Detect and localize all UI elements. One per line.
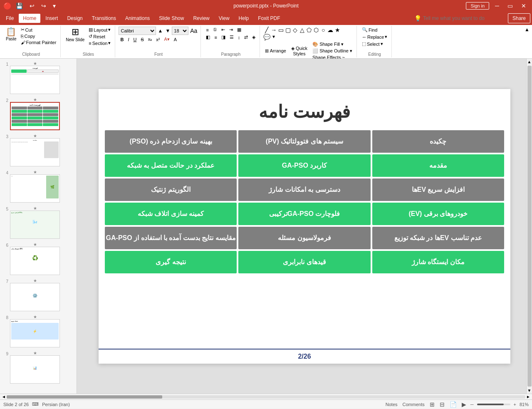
slide-sorter-button[interactable]: ⊟ bbox=[439, 401, 445, 408]
text-highlight-button[interactable]: A bbox=[172, 37, 178, 42]
slide-thumbnail-2[interactable]: فهرست نامه bbox=[10, 102, 60, 130]
zoom-plus-button[interactable]: + bbox=[514, 402, 516, 407]
align-center-button[interactable]: ≡ bbox=[213, 35, 218, 40]
replace-button[interactable]: ↔ Replace ▾ bbox=[360, 34, 389, 40]
align-left-button[interactable]: ◧ bbox=[204, 34, 212, 40]
strikethrough-button[interactable]: S bbox=[139, 37, 145, 42]
font-name-select[interactable]: Calibri bbox=[119, 27, 156, 35]
slide-thumb-2[interactable]: 2 ★ فهرست نامه bbox=[2, 97, 75, 131]
layout-button[interactable]: ▤ Layout ▾ bbox=[87, 27, 112, 33]
line-spacing-button[interactable]: ↕ bbox=[236, 35, 242, 40]
underline-button[interactable]: U bbox=[132, 37, 139, 42]
slide-thumbnail-9[interactable]: 📊 bbox=[10, 355, 60, 384]
reading-view-button[interactable]: 📄 bbox=[449, 401, 458, 408]
slide-thumbnail-5[interactable]: افزایش سریع EVها 🌬️ bbox=[10, 211, 60, 239]
font-size-down-icon[interactable]: ▼ bbox=[164, 28, 171, 34]
new-slide-button[interactable]: ⊞ New Slide bbox=[64, 27, 86, 43]
redo-button[interactable]: ↪ bbox=[39, 2, 49, 10]
shape-outline-button[interactable]: ⬜ Shape Outline ▾ bbox=[311, 48, 354, 54]
justify-button[interactable]: ☰ bbox=[228, 34, 235, 40]
bold-button[interactable]: B bbox=[119, 37, 125, 42]
font-size-up-icon[interactable]: ▲ bbox=[157, 28, 163, 34]
menu-view[interactable]: View bbox=[215, 14, 234, 23]
scroll-up-button[interactable]: ▲ bbox=[527, 59, 532, 65]
slide-thumb-8[interactable]: 8 ★ شبکه توزیع ⚡ bbox=[2, 314, 75, 348]
bullets-button[interactable]: ≡ bbox=[204, 27, 210, 33]
reset-button[interactable]: ↺ Reset bbox=[87, 33, 112, 40]
quick-styles-button[interactable]: ◈ QuickStyles bbox=[290, 45, 309, 57]
sign-in-button[interactable]: Sign in bbox=[466, 2, 489, 10]
scroll-left-button[interactable]: ◄ bbox=[2, 394, 6, 399]
notes-button[interactable]: Notes bbox=[385, 402, 398, 407]
menu-file[interactable]: File bbox=[2, 14, 18, 23]
slide-thumbnail-1[interactable]: فهرست 🚗 bbox=[10, 66, 60, 94]
menu-insert[interactable]: Insert bbox=[41, 14, 62, 23]
restore-button[interactable]: ▭ bbox=[505, 2, 515, 10]
shape-fill-button[interactable]: 🎨 Shape Fill ▾ bbox=[311, 41, 354, 47]
shape-rect[interactable]: ▭ bbox=[277, 27, 284, 33]
paste-button[interactable]: 📋 Paste bbox=[4, 27, 18, 42]
menu-transitions[interactable]: Transitions bbox=[88, 14, 120, 23]
align-right-button[interactable]: ◨ bbox=[220, 34, 227, 40]
subscript-button[interactable]: x₂ bbox=[146, 36, 154, 42]
slide-thumb-4[interactable]: 4 ★ text 🌿 bbox=[2, 169, 75, 203]
copy-button[interactable]: ⎘ Copy bbox=[19, 33, 58, 39]
shape-pentagon[interactable]: ⬠ bbox=[306, 27, 312, 33]
undo-button[interactable]: ↩ bbox=[27, 2, 37, 10]
select-button[interactable]: ⬚ Select ▾ bbox=[360, 41, 385, 47]
slide-thumb-7[interactable]: 7 ★ ⚙️ bbox=[2, 278, 75, 312]
menu-design[interactable]: Design bbox=[63, 14, 87, 23]
scroll-down-button[interactable]: ▼ bbox=[527, 387, 532, 394]
menu-help[interactable]: Help bbox=[235, 14, 253, 23]
shape-star[interactable]: ★ bbox=[334, 27, 341, 33]
slide-thumbnail-3[interactable]: مقدمه Lorem ipsum text content here smal… bbox=[10, 138, 60, 166]
shape-circle[interactable]: ○ bbox=[320, 27, 327, 33]
slide-thumbnail-7[interactable]: ⚙️ bbox=[10, 283, 60, 311]
slide-thumbnail-4[interactable]: text 🌿 bbox=[10, 174, 60, 203]
tell-me-input[interactable] bbox=[423, 15, 506, 21]
italic-button[interactable]: I bbox=[126, 37, 131, 42]
slide-thumb-1[interactable]: 1 ★ فهرست 🚗 bbox=[2, 60, 75, 95]
menu-home[interactable]: Home bbox=[19, 14, 40, 23]
slide-thumbnail-6[interactable]: خودروهای برقی (EV) ♻️ bbox=[10, 247, 60, 275]
shapes-more[interactable]: ▾ bbox=[270, 34, 277, 40]
arrange-button[interactable]: ⊞ Arrange bbox=[263, 48, 288, 54]
scrollbar-thumb-vertical[interactable] bbox=[527, 66, 532, 387]
shape-hexagon[interactable]: ⬡ bbox=[313, 27, 319, 33]
menu-animations[interactable]: Animations bbox=[121, 14, 154, 23]
slide-thumbnail-8[interactable]: شبکه توزیع ⚡ bbox=[10, 319, 60, 347]
zoom-slider[interactable] bbox=[477, 404, 510, 405]
shape-line[interactable]: ╱ bbox=[263, 27, 270, 33]
close-button[interactable]: ✕ bbox=[519, 2, 529, 10]
columns-button[interactable]: ▦ bbox=[235, 27, 243, 33]
slide-thumb-6[interactable]: 6 ★ خودروهای برقی (EV) ♻️ bbox=[2, 241, 75, 276]
scrollbar-thumb-horizontal[interactable] bbox=[7, 395, 162, 399]
font-size-select[interactable]: 18 bbox=[172, 27, 188, 35]
shape-callout[interactable]: 💬 bbox=[263, 34, 270, 40]
smartart-button[interactable]: ◈ bbox=[250, 34, 257, 40]
share-button[interactable]: Share bbox=[508, 13, 530, 23]
text-direction-button[interactable]: ⇄ bbox=[242, 34, 250, 40]
font-color-button[interactable]: A▾ bbox=[162, 36, 171, 42]
customize-button[interactable]: ▾ bbox=[50, 2, 58, 10]
shape-cloud[interactable]: ☁ bbox=[327, 27, 334, 33]
slide-thumb-3[interactable]: 3 ★ مقدمه Lorem ipsum text content here … bbox=[2, 133, 75, 167]
menu-review[interactable]: Review bbox=[189, 14, 213, 23]
slide-canvas[interactable]: فهرست نامه بهینه سازی ازدحام ذره (PSO)سی… bbox=[99, 89, 510, 364]
clear-format-icon[interactable]: Aa bbox=[189, 27, 198, 34]
superscript-button[interactable]: x² bbox=[154, 37, 161, 42]
increase-indent-button[interactable]: ⇥ bbox=[228, 27, 235, 33]
ribbon-collapse-button[interactable]: ▲ bbox=[524, 26, 530, 57]
section-button[interactable]: ≡ Section ▾ bbox=[87, 40, 112, 46]
minimize-button[interactable]: ─ bbox=[492, 2, 502, 10]
find-button[interactable]: 🔍 Find bbox=[360, 27, 379, 33]
bottom-scrollbar[interactable]: ◄ ► bbox=[0, 394, 532, 399]
decrease-indent-button[interactable]: ⇤ bbox=[220, 27, 227, 33]
comments-button[interactable]: Comments bbox=[402, 402, 426, 407]
menu-slideshow[interactable]: Slide Show bbox=[155, 14, 188, 23]
zoom-minus-button[interactable]: ─ bbox=[470, 402, 474, 407]
shape-diamond[interactable]: ◇ bbox=[292, 27, 298, 33]
scroll-right-button[interactable]: ► bbox=[526, 394, 530, 399]
shape-round-rect[interactable]: ▢ bbox=[285, 27, 291, 33]
numbering-button[interactable]: ① bbox=[211, 27, 219, 33]
